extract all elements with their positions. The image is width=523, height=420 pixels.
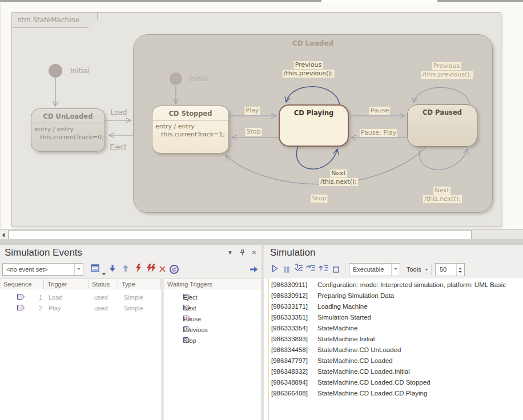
state-title: CD UnLoaded <box>31 109 104 123</box>
transition-label-pause-play: Pause, Play <box>360 129 397 137</box>
simulation-panel-titlebar: Simulation <box>264 245 523 261</box>
chevron-down-icon[interactable] <box>391 264 400 276</box>
column-header-type[interactable]: Type <box>118 278 161 289</box>
help-at-icon[interactable]: @ <box>170 263 179 274</box>
transition-label-play: Play <box>245 107 260 115</box>
state-title: CD Loaded <box>134 35 492 47</box>
column-header-status[interactable]: Status <box>88 278 118 289</box>
state-title: CD Playing <box>280 106 348 120</box>
transition-label-pause: Pause <box>369 107 390 115</box>
window-menu-icon[interactable]: ▼ <box>227 249 234 256</box>
chevron-down-icon[interactable] <box>74 264 83 275</box>
transition-effect-next-playing: /this.next(); <box>319 178 358 186</box>
step-forward-icon[interactable] <box>250 265 258 275</box>
state-entry-behavior: entry / entry this.currentTrack=1; <box>152 120 228 139</box>
transition-effect-next-paused: /this.next(); <box>423 195 462 203</box>
diagram-canvas[interactable]: stm StateMachine CD Loaded Initial Initi… <box>0 3 523 229</box>
waiting-trigger-item[interactable]: Stop <box>168 336 259 346</box>
close-icon[interactable]: ✕ <box>251 249 258 256</box>
transition-label-load: Load <box>110 108 128 116</box>
tab-strip-left <box>0 0 321 2</box>
pause-simulation-button[interactable] <box>284 265 289 275</box>
panel-separator <box>0 239 523 245</box>
initial-node-inner[interactable] <box>170 72 182 85</box>
transition-effect-previous-paused: /this.previous(); <box>421 71 473 79</box>
tools-dropdown[interactable]: Tools <box>407 266 421 273</box>
initial-label-outer: Initial <box>70 67 89 75</box>
move-up-button[interactable] <box>122 264 129 274</box>
state-title: CD Paused <box>408 105 477 119</box>
event-row[interactable]: 1 Load used Simple <box>0 292 161 303</box>
run-simulation-button[interactable] <box>272 264 278 274</box>
step-out-button[interactable] <box>319 264 328 274</box>
step-into-button[interactable] <box>293 264 303 274</box>
scroll-left-button[interactable] <box>0 230 9 240</box>
column-header-trigger[interactable]: Trigger <box>44 278 88 289</box>
simulation-speed-spinner[interactable]: 50 <box>435 263 465 276</box>
pin-icon[interactable] <box>239 249 246 256</box>
simulation-panel-title: Simulation <box>268 247 315 258</box>
frame-label: stm StateMachine <box>12 13 98 28</box>
event-set-combobox[interactable]: <no event set> <box>2 263 83 276</box>
events-panel-divider[interactable] <box>161 278 164 420</box>
horizontal-scrollbar[interactable] <box>0 229 523 239</box>
events-panel-title: Simulation Events <box>5 247 82 258</box>
waiting-trigger-item[interactable]: Pause <box>168 314 259 325</box>
simulation-log[interactable]: [986330911]Configuration: mode: Interpre… <box>268 278 523 420</box>
transition-label-eject: Eject <box>108 143 128 151</box>
waiting-trigger-item[interactable]: Previous <box>168 325 259 336</box>
simulation-mode-combobox[interactable]: Executable <box>349 263 400 276</box>
transition-label-next-paused: Next <box>433 187 450 195</box>
trigger-flag-icon <box>17 305 25 312</box>
move-down-button[interactable] <box>109 264 116 274</box>
event-list-button[interactable] <box>91 264 99 274</box>
events-panel-titlebar: Simulation Events ▼ ✕ <box>0 245 261 261</box>
event-row[interactable]: 2 Play used Simple <box>0 303 161 314</box>
waiting-trigger-item[interactable]: Next <box>168 303 259 314</box>
state-entry-behavior: entry / entry this.currentTrack=0; <box>31 123 104 142</box>
delete-icon[interactable] <box>159 264 166 274</box>
simulation-events-panel: Simulation Events ▼ ✕ <no event set> <box>0 245 261 420</box>
initial-label-inner: Initial <box>189 75 208 83</box>
transition-label-previous-paused: Previous <box>432 62 461 70</box>
transition-label-next-playing: Next <box>330 169 347 177</box>
scrollbar-thumb[interactable] <box>9 230 472 240</box>
simulation-toolbar: Executable Tools 50 <box>264 261 523 278</box>
state-cd-playing-active[interactable]: CD Playing <box>279 104 349 147</box>
state-title: CD Stopped <box>152 106 228 120</box>
state-cd-stopped[interactable]: CD Stopped entry / entry this.currentTra… <box>152 106 229 154</box>
ea-window: stm StateMachine CD Loaded Initial Initi… <box>0 0 523 420</box>
simulation-panel: Simulation <box>264 245 523 420</box>
transition-label-previous-playing: Previous <box>294 61 323 69</box>
spinner-arrows[interactable] <box>456 264 464 276</box>
column-header-sequence[interactable]: Sequence <box>0 278 44 289</box>
fire-all-triggers-icon[interactable] <box>146 264 156 274</box>
transition-effect-previous-playing: /this.previous(); <box>283 70 335 78</box>
fire-trigger-icon[interactable] <box>135 264 142 274</box>
events-toolbar: <no event set> <box>0 261 261 278</box>
initial-node-outer[interactable] <box>49 64 62 78</box>
state-cd-unloaded[interactable]: CD UnLoaded entry / entry this.currentTr… <box>31 108 105 152</box>
stop-simulation-button[interactable] <box>333 265 339 275</box>
step-over-button[interactable] <box>306 264 316 274</box>
events-table-header: Sequence Trigger Status Type Waiting Tri… <box>0 278 261 289</box>
state-cd-paused[interactable]: CD Paused <box>407 104 477 147</box>
tab-strip-right <box>437 0 523 2</box>
transition-label-stop: Stop <box>245 128 262 136</box>
transition-label-stop-long: Stop <box>311 195 327 203</box>
scroll-left-icon <box>2 233 5 237</box>
column-header-waiting-triggers[interactable]: Waiting Triggers <box>164 278 261 289</box>
chevron-down-icon[interactable] <box>102 268 106 278</box>
trigger-flag-icon <box>17 294 25 301</box>
waiting-trigger-item[interactable]: Eject <box>168 292 259 303</box>
